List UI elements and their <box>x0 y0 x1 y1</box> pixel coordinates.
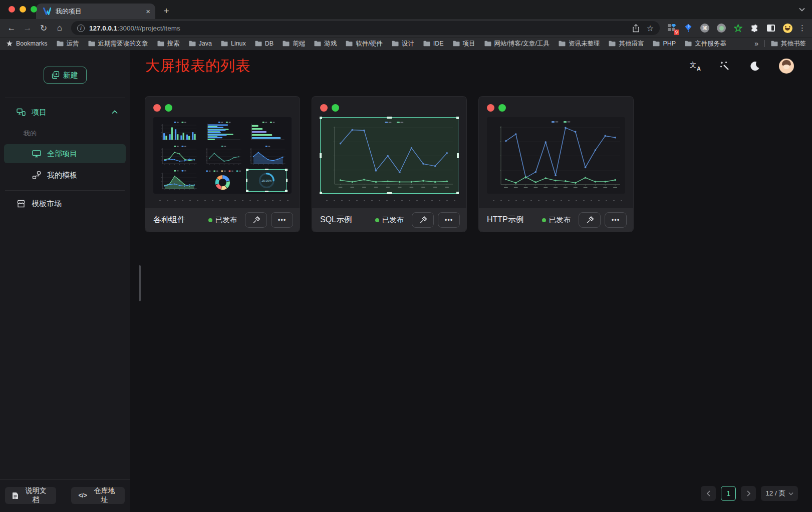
more-button[interactable]: ••• <box>605 212 627 228</box>
code-icon: </> <box>78 492 87 499</box>
selected-component[interactable]: 25.00% <box>246 169 287 192</box>
card-footer: 各种组件 已发布 ••• <box>145 208 300 232</box>
prev-page-button[interactable] <box>701 486 716 501</box>
selection-handle[interactable] <box>265 169 268 170</box>
home-button[interactable]: ⌂ <box>52 21 67 36</box>
selection-handle[interactable] <box>387 192 392 194</box>
share-icon[interactable] <box>632 24 640 33</box>
bookmark-folder[interactable]: 设计 <box>392 40 414 48</box>
sidebar-item-my-templates[interactable]: 我的模板 <box>0 165 130 185</box>
bookmark-folder[interactable]: 运营 <box>57 40 79 48</box>
selection-handle[interactable] <box>456 192 459 194</box>
profile-avatar-icon[interactable] <box>782 23 792 33</box>
project-thumbnail[interactable] <box>320 117 458 194</box>
extension-icons: 9 ⌘ <box>664 23 795 33</box>
sidebar-item-all-projects[interactable]: 全部项目 <box>4 144 126 163</box>
selection-handle[interactable] <box>246 169 248 171</box>
bookmark-folder[interactable]: 游戏 <box>314 40 337 48</box>
bookmark-folder[interactable]: 资讯未整理 <box>559 40 600 48</box>
url-text[interactable]: 127.0.0.1:3000/#/project/items <box>89 25 628 32</box>
bookmarks-root[interactable]: Bookmarks <box>6 40 48 47</box>
address-bar[interactable]: i 127.0.0.1:3000/#/project/items ☆ <box>71 21 660 35</box>
site-info-icon[interactable]: i <box>77 25 85 32</box>
bookmark-folder[interactable]: 其他语言 <box>609 40 644 48</box>
selection-handle[interactable] <box>387 117 392 119</box>
bookmark-folder[interactable]: 文件服务器 <box>685 40 726 48</box>
project-thumbnail[interactable]: 25.00% <box>153 117 292 194</box>
new-tab-button[interactable]: + <box>159 4 173 18</box>
forward-button[interactable]: → <box>20 21 35 36</box>
bookmark-folder[interactable]: Linux <box>221 40 246 47</box>
magic-wand-icon[interactable] <box>719 60 731 72</box>
selection-handle[interactable] <box>285 169 288 171</box>
docs-button[interactable]: 说明文档 <box>5 487 56 504</box>
selection-handle[interactable] <box>285 190 288 192</box>
project-card[interactable]: HTTP示例 已发布 ••• <box>478 96 634 232</box>
more-button[interactable]: ••• <box>271 212 293 228</box>
edit-button[interactable] <box>579 212 601 228</box>
project-card[interactable]: 25.00% 各种组件 已发布 <box>145 96 300 232</box>
selection-handle[interactable] <box>320 117 322 119</box>
recorder-extension-icon[interactable] <box>716 23 726 33</box>
extensions-puzzle-icon[interactable] <box>749 23 759 33</box>
bookmark-folder[interactable]: 搜索 <box>157 40 180 48</box>
minimize-window-button[interactable] <box>20 6 26 13</box>
bookmark-folder[interactable]: DB <box>255 40 274 47</box>
bookmark-folder[interactable]: 近期需要读的文章 <box>88 40 148 48</box>
user-avatar[interactable] <box>779 59 794 74</box>
selection-handle[interactable] <box>320 192 322 194</box>
page-size-select[interactable]: 12 / 页 <box>761 486 798 501</box>
new-project-button[interactable]: 新建 <box>44 67 87 84</box>
bookmark-folder[interactable]: IDE <box>423 40 444 47</box>
tab-manager-extension-icon[interactable]: 9 <box>667 23 677 33</box>
next-page-button[interactable] <box>741 486 756 501</box>
sidebar-divider <box>5 190 125 191</box>
selection-handle[interactable] <box>456 117 459 119</box>
selection-handle[interactable] <box>320 153 322 158</box>
bookmark-folder[interactable]: 软件/硬件 <box>346 40 382 48</box>
selection-handle[interactable] <box>246 179 247 182</box>
page-number-button[interactable]: 1 <box>721 486 736 501</box>
star-extension-icon[interactable] <box>733 23 743 33</box>
sidebar-item-template-market[interactable]: 模板市场 <box>0 194 130 214</box>
edit-button[interactable] <box>245 212 267 228</box>
project-card[interactable]: SQL示例 已发布 ••• <box>312 96 467 232</box>
green-dot <box>332 104 339 112</box>
side-panel-icon[interactable] <box>766 23 776 33</box>
bookmark-folder[interactable]: PHP <box>653 40 676 47</box>
selection-handle[interactable] <box>265 191 268 192</box>
bookmarks-overflow-chevron[interactable]: » <box>754 40 758 48</box>
selection-handle[interactable] <box>286 179 288 182</box>
selection-handle[interactable] <box>457 153 459 158</box>
zoom-window-button[interactable] <box>31 6 37 13</box>
tab-close-icon[interactable]: × <box>146 8 150 15</box>
bookmark-folder[interactable]: 网站/博客/文章/工具 <box>484 40 550 48</box>
browser-tab[interactable]: 我的项目 × <box>36 4 155 19</box>
browser-menu-icon[interactable]: ⋮ <box>798 24 806 33</box>
status-dot <box>208 218 212 222</box>
card-traffic-dots <box>320 104 458 112</box>
chevron-up-icon[interactable] <box>112 110 118 114</box>
edit-button[interactable] <box>412 212 434 228</box>
scrollbar-thumb[interactable] <box>139 265 141 301</box>
command-extension-icon[interactable]: ⌘ <box>700 23 710 33</box>
more-button[interactable]: ••• <box>438 212 460 228</box>
green-dot <box>498 104 506 112</box>
other-bookmarks-folder[interactable]: 其他书签 <box>771 40 806 48</box>
bookmark-folder[interactable]: 项目 <box>453 40 475 48</box>
sidebar: 新建 项目 我的 <box>0 50 130 512</box>
language-icon[interactable]: 文A <box>690 61 701 72</box>
repo-button[interactable]: </> 仓库地址 <box>71 487 125 504</box>
bookmark-folder[interactable]: Java <box>189 40 212 47</box>
reload-button[interactable]: ↻ <box>36 21 51 36</box>
selection-handle[interactable] <box>246 190 248 192</box>
bookmark-star-icon[interactable]: ☆ <box>647 24 654 33</box>
close-window-button[interactable] <box>9 6 15 13</box>
back-button[interactable]: ← <box>4 21 19 36</box>
sidebar-item-project[interactable]: 项目 <box>0 102 130 122</box>
balloon-extension-icon[interactable] <box>683 23 693 33</box>
dark-mode-moon-icon[interactable] <box>749 60 761 72</box>
tab-search-chevron-icon[interactable] <box>799 8 805 12</box>
project-thumbnail[interactable] <box>487 117 625 194</box>
bookmark-folder[interactable]: 前端 <box>283 40 305 48</box>
